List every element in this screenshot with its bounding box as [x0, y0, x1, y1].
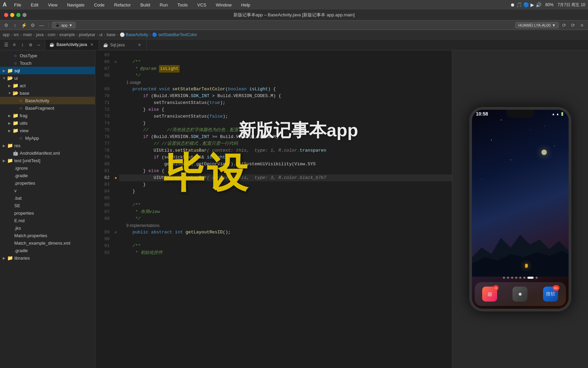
menu-item-build[interactable]: Build	[138, 2, 152, 8]
tab-close-baseactivity[interactable]: ✕	[89, 42, 95, 47]
sync2-icon[interactable]: ⟳	[570, 22, 576, 29]
sidebar-item-emd[interactable]: E.md	[0, 217, 95, 224]
sidebar-item-res[interactable]: ▶ 📁 res	[0, 142, 95, 149]
minus-icon[interactable]: —	[38, 22, 45, 29]
sidebar-item-jks[interactable]: .jks	[0, 224, 95, 232]
gutter-88	[112, 215, 119, 222]
dock-icon-tech[interactable]: 微软 99+	[543, 287, 558, 302]
gutter-67	[112, 65, 119, 72]
sidebar-item-libraries[interactable]: ▶ 📁 libraries	[0, 254, 95, 262]
sidebar-item-ignore[interactable]: .ignore	[0, 164, 95, 172]
code-line-77: // //设置状态栏模式，配置只需一行代码	[119, 140, 452, 147]
breadcrumb-ui[interactable]: ui	[99, 32, 102, 37]
structure-icon[interactable]: ☰	[3, 42, 10, 48]
ln-68: 68	[95, 72, 110, 79]
frag-folder-icon: 📁	[12, 113, 18, 118]
sidebar-item-touch[interactable]: ○ Touch	[0, 59, 95, 67]
menu-item-vcs[interactable]: VCS	[195, 2, 209, 8]
breadcrumb-example[interactable]: example	[60, 32, 75, 37]
star-2	[530, 129, 530, 130]
menu-bar: A File Edit View Navigate Code Refactor …	[0, 0, 588, 10]
sidebar-item-base[interactable]: ▼ 📂 base	[0, 89, 95, 97]
tab-sql[interactable]: ☕ Sql.java ✕	[99, 40, 147, 50]
ln-91: 91	[95, 243, 110, 249]
menu-item-tools[interactable]: Tools	[175, 2, 190, 8]
more-icon[interactable]: ≡	[578, 22, 585, 29]
menu-item-navigate[interactable]: Navigate	[65, 2, 86, 8]
breadcrumb-sep-2: ›	[20, 32, 22, 37]
sidebar-item-act[interactable]: ▶ 📁 act	[0, 82, 95, 89]
sidebar-item-ui[interactable]: ▼ 📂 ui	[0, 74, 95, 82]
menu-item-run[interactable]: Run	[158, 2, 170, 8]
menu-item-refactor[interactable]: Refactor	[112, 2, 133, 8]
breadcrumb-src[interactable]: src	[14, 32, 19, 37]
breadcrumb-sep-1: ›	[11, 32, 12, 37]
device-button[interactable]: HUAWEI LYA-AL00 ▼	[515, 22, 559, 28]
code-line-70: if (Build.VERSION.SDK_INT > Build.VERSIO…	[119, 93, 452, 99]
menu-item-code[interactable]: Code	[92, 2, 107, 8]
breadcrumb-pixelyear[interactable]: pixelyear	[79, 32, 95, 37]
project-structure-icon[interactable]: ⚙	[3, 22, 10, 29]
sidebar-item-manifest[interactable]: 🤖 AndroidManifest.xml	[0, 149, 95, 157]
sidebar-item-sql[interactable]: ▶ 📁 sql	[0, 67, 95, 74]
menu-item-window[interactable]: Window	[214, 2, 233, 8]
menu-item-view[interactable]: View	[46, 2, 60, 8]
collapse-icon[interactable]: ↕	[19, 42, 26, 48]
tab-close-sql[interactable]: ✕	[137, 42, 142, 48]
tab-baseactivity-label: BaseActivity.java	[56, 42, 87, 47]
sidebar-item-gradle1[interactable]: .gradle	[0, 172, 95, 179]
sidebar-item-test[interactable]: ▶ 📁 test [unitTest]	[0, 157, 95, 164]
ln-80: 80	[95, 161, 110, 168]
run-icon[interactable]: ⚡	[20, 22, 27, 29]
sidebar-item-baseactivity[interactable]: ○ BaseActivity	[0, 97, 95, 104]
sidebar-item-frag[interactable]: ▶ 📁 frag	[0, 112, 95, 119]
align-icon[interactable]: ≡	[11, 42, 18, 48]
menu-item-file[interactable]: File	[12, 2, 23, 8]
sidebar-item-utils[interactable]: ▶ 📁 utils	[0, 119, 95, 127]
traffic-light-minimize[interactable]	[10, 13, 14, 17]
breadcrumb-main[interactable]: main	[23, 32, 32, 37]
sidebar-item-match-dimens[interactable]: Match_example_dimens.xml	[0, 239, 95, 247]
breadcrumb-com[interactable]: com	[48, 32, 55, 37]
menu-item-help[interactable]: Help	[239, 2, 252, 8]
sidebar-item-properties1[interactable]: .properties	[0, 179, 95, 187]
code-scroll[interactable]: 65 66 67 68 69 70 71 72 73 74 75 76 77 7…	[95, 50, 452, 368]
breadcrumb-method[interactable]: 🔵 setStateBarTextColor	[152, 32, 197, 37]
app-button[interactable]: 📱 app ▼	[52, 22, 76, 28]
dock-icon-grid[interactable]: ⊞ 22	[482, 287, 497, 302]
sidebar-item-gradle2[interactable]: .gradle	[0, 247, 95, 254]
sidebar-item-bat[interactable]: .bat	[0, 194, 95, 202]
breadcrumb-app[interactable]: app	[3, 32, 10, 37]
traffic-light-maximize[interactable]	[16, 13, 20, 17]
breadcrumb-java[interactable]: java	[36, 32, 44, 37]
sidebar-item-properties2[interactable]: properties	[0, 209, 95, 217]
traffic-light-close[interactable]	[4, 13, 8, 17]
ln-86: 86	[95, 202, 110, 209]
breadcrumb-base[interactable]: base	[107, 32, 115, 37]
config-icon[interactable]: ⚙	[27, 42, 34, 48]
sync-icon[interactable]: ↕	[12, 22, 18, 29]
breadcrumb-baseactivity[interactable]: ⚪ BaseActivity	[120, 32, 148, 37]
tab-baseactivity[interactable]: ☕ BaseActivity.java ✕	[45, 40, 99, 50]
refresh-icon[interactable]: ⟳	[561, 22, 568, 29]
tab-sql-icon: ☕	[103, 43, 108, 47]
sidebar-item-view[interactable]: ▶ 📁 view	[0, 127, 95, 134]
ln-83: 83	[95, 181, 110, 188]
test-arrow-icon: ▶	[1, 159, 7, 163]
sidebar-item-se[interactable]: SE	[0, 202, 95, 209]
code-lines[interactable]: /** * @param isLight */ 1 usage protecte…	[119, 50, 452, 368]
sidebar-item-v[interactable]: v	[0, 187, 95, 194]
menu-item-edit[interactable]: Edit	[29, 2, 40, 8]
app-icon: 📱	[55, 23, 60, 27]
dock-icon-app2[interactable]: ●	[512, 287, 527, 302]
phone-time: 10:58	[476, 111, 488, 117]
breadcrumb-sep-8: ›	[104, 32, 105, 37]
sidebar-item-osstype[interactable]: ○ OssType	[0, 52, 95, 59]
sidebar-item-match-properties[interactable]: Match.properties	[0, 232, 95, 239]
sidebar-item-myapp[interactable]: ○ MyApp	[0, 134, 95, 142]
minimize-panel-icon[interactable]: —	[35, 42, 42, 48]
settings-icon[interactable]: ⚙	[29, 22, 36, 29]
gutter-91	[112, 243, 119, 249]
sidebar-item-basefragment[interactable]: ○ BaseFragment	[0, 104, 95, 112]
gutter-82: ■	[112, 174, 119, 181]
